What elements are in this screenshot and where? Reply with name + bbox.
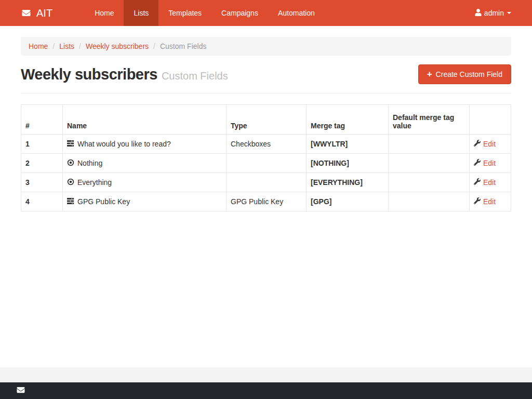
row-default-value (389, 135, 470, 154)
row-merge-tag: [WWYLTR] (307, 135, 389, 154)
row-merge-tag: [EVERYTHING] (307, 173, 389, 192)
row-type (227, 154, 307, 173)
row-default-value (389, 154, 470, 173)
row-type: GPG Public Key (227, 192, 307, 211)
wrench-icon (474, 140, 481, 148)
edit-link[interactable]: Edit (474, 197, 496, 206)
col-header-default-value: Default merge tag value (389, 105, 470, 135)
field-name: What would you like to read? (77, 140, 171, 148)
table-row: 3 Everything [EVERYTHING] Edit (21, 173, 511, 192)
page-subtitle: Custom Fields (162, 70, 228, 82)
page-header: Weekly subscribers Custom Fields + Creat… (21, 64, 511, 84)
edit-label: Edit (483, 197, 496, 206)
row-type (227, 173, 307, 192)
row-actions: Edit (470, 154, 511, 173)
wrench-icon (474, 197, 481, 206)
breadcrumb: Home / Lists / Weekly subscribers / Cust… (21, 37, 511, 56)
content-area: Home / Lists / Weekly subscribers / Cust… (0, 26, 532, 367)
col-header-name: Name (63, 105, 227, 135)
row-name-cell: GPG Public Key (63, 192, 227, 211)
breadcrumb-separator: / (153, 42, 155, 50)
envelope-icon (16, 386, 26, 396)
tasks-icon (67, 197, 74, 206)
top-navbar: AIT Home Lists Templates Campaigns Autom… (0, 0, 532, 26)
tasks-icon (67, 140, 74, 149)
table-row: 1 What would you like to read? Checkboxe… (21, 135, 511, 154)
breadcrumb-home[interactable]: Home (29, 42, 48, 50)
row-num: 4 (21, 192, 63, 211)
dot-circle-icon (67, 178, 74, 187)
breadcrumb-custom-fields: Custom Fields (160, 42, 206, 50)
field-name: GPG Public Key (77, 197, 130, 206)
table-row: 4 GPG Public Key GPG Public Key [GPG] Ed… (21, 192, 511, 211)
edit-link[interactable]: Edit (474, 140, 496, 148)
edit-label: Edit (483, 140, 496, 148)
edit-label: Edit (483, 178, 496, 187)
envelope-icon (21, 9, 32, 17)
breadcrumb-lists[interactable]: Lists (59, 42, 74, 50)
row-name-cell: Nothing (63, 154, 227, 173)
col-header-merge-tag: Merge tag (307, 105, 389, 135)
row-default-value (389, 173, 470, 192)
breadcrumb-weekly-subscribers[interactable]: Weekly subscribers (86, 42, 149, 50)
user-menu[interactable]: admin (475, 0, 532, 26)
col-header-num: # (21, 105, 63, 135)
row-num: 3 (21, 173, 63, 192)
user-name: admin (484, 9, 504, 17)
create-custom-field-button[interactable]: + Create Custom Field (418, 64, 511, 84)
breadcrumb-separator: / (52, 42, 55, 50)
pre-footer-strip (0, 367, 532, 382)
row-type: Checkboxes (227, 135, 307, 154)
breadcrumb-separator: / (79, 42, 81, 50)
wrench-icon (474, 159, 481, 167)
row-actions: Edit (470, 192, 511, 211)
row-actions: Edit (470, 173, 511, 192)
nav-item-home[interactable]: Home (85, 0, 124, 26)
nav-item-lists[interactable]: Lists (124, 0, 158, 26)
table-header-row: # Name Type Merge tag Default merge tag … (21, 105, 511, 135)
row-merge-tag: [NOTHING] (307, 154, 389, 173)
row-num: 2 (21, 154, 63, 173)
col-header-type: Type (227, 105, 307, 135)
nav-item-templates[interactable]: Templates (158, 0, 211, 26)
user-icon (475, 9, 484, 18)
create-custom-field-label: Create Custom Field (436, 70, 502, 78)
edit-link[interactable]: Edit (474, 159, 496, 167)
brand-text: AIT (36, 7, 52, 19)
row-default-value (389, 192, 470, 211)
table-row: 2 Nothing [NOTHING] Edit (21, 154, 511, 173)
dot-circle-icon (67, 159, 74, 168)
field-name: Everything (77, 178, 112, 187)
edit-link[interactable]: Edit (474, 178, 496, 187)
custom-fields-table: # Name Type Merge tag Default merge tag … (21, 104, 511, 211)
plus-icon: + (427, 70, 432, 78)
row-num: 1 (21, 135, 63, 154)
caret-down-icon (507, 12, 511, 14)
wrench-icon (474, 178, 481, 187)
footer-bar (0, 382, 532, 399)
col-header-actions (470, 105, 511, 135)
field-name: Nothing (77, 159, 102, 167)
row-name-cell: What would you like to read? (63, 135, 227, 154)
divider (21, 93, 511, 94)
row-name-cell: Everything (63, 173, 227, 192)
nav-item-automation[interactable]: Automation (268, 0, 325, 26)
brand-logo[interactable]: AIT (0, 0, 58, 26)
main-nav: Home Lists Templates Campaigns Automatio… (85, 0, 325, 26)
row-actions: Edit (470, 135, 511, 154)
nav-item-campaigns[interactable]: Campaigns (211, 0, 268, 26)
row-merge-tag: [GPG] (307, 192, 389, 211)
page-title: Weekly subscribers (21, 66, 157, 83)
edit-label: Edit (483, 159, 496, 167)
